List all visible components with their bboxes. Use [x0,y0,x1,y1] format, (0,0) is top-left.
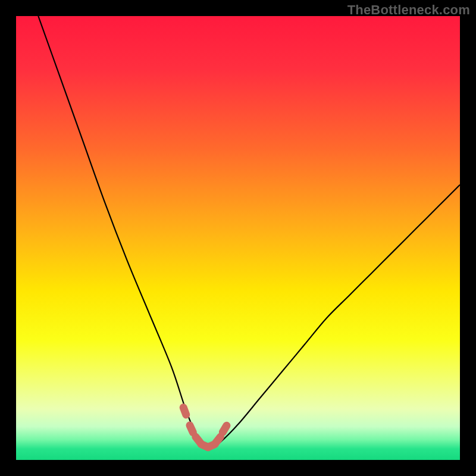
plot-area [16,16,460,460]
gradient-background [16,16,460,460]
chart-frame: TheBottleneck.com [0,0,476,476]
watermark-text: TheBottleneck.com [347,2,470,18]
bottleneck-chart [16,16,460,460]
